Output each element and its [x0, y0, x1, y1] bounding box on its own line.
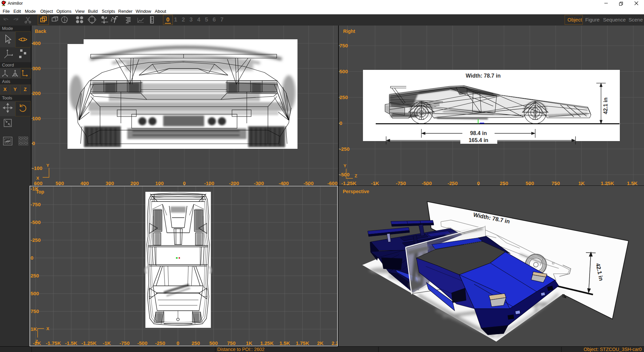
- svg-text:-250: -250: [155, 340, 165, 346]
- svg-text:100: 100: [32, 116, 41, 121]
- svg-text:X: X: [3, 87, 7, 92]
- svg-text:Y: Y: [343, 163, 347, 168]
- svg-text:Z: Z: [24, 87, 27, 92]
- svg-text:1.25K: 1.25K: [260, 340, 274, 346]
- svg-text:500: 500: [31, 291, 39, 296]
- svg-text:-100: -100: [32, 165, 42, 171]
- svg-text:-250: -250: [31, 237, 41, 243]
- svg-text:0: 0: [177, 340, 179, 346]
- svg-text:2.2: 2.2: [332, 340, 338, 346]
- svg-text:1K: 1K: [31, 326, 37, 332]
- svg-text:Axis: Axis: [2, 79, 10, 84]
- svg-text:-1.25K: -1.25K: [341, 180, 356, 185]
- svg-text:6: 6: [213, 16, 216, 23]
- svg-text:0: 0: [31, 255, 33, 261]
- svg-text:2K: 2K: [317, 340, 323, 346]
- svg-text:5: 5: [205, 16, 208, 23]
- svg-text:-1K: -1K: [103, 340, 111, 346]
- svg-text:-1.75K: -1.75K: [46, 340, 61, 346]
- svg-text:300: 300: [32, 65, 41, 71]
- svg-text:Scene: Scene: [629, 17, 643, 23]
- svg-text:-500: -500: [137, 340, 147, 346]
- svg-text:Tools: Tools: [2, 95, 12, 100]
- svg-text:165.4 in: 165.4 in: [469, 137, 489, 143]
- svg-text:Figure: Figure: [585, 17, 600, 23]
- svg-text:4: 4: [197, 16, 200, 23]
- svg-text:1.5K: 1.5K: [627, 180, 638, 185]
- svg-text:Z: Z: [35, 339, 38, 344]
- svg-text:-1.5K: -1.5K: [65, 340, 78, 346]
- svg-text:Object: Object: [567, 17, 582, 23]
- svg-text:-250: -250: [339, 146, 350, 152]
- svg-text:Coord: Coord: [2, 62, 14, 68]
- svg-text:X: X: [36, 176, 39, 181]
- svg-text:750: 750: [339, 43, 348, 48]
- svg-text:Perspective: Perspective: [343, 189, 369, 194]
- svg-text:Distance to POI:: 2602: Distance to POI:: 2602: [217, 347, 265, 352]
- svg-text:42.1 in: 42.1 in: [603, 97, 608, 114]
- svg-text:-750: -750: [31, 202, 41, 207]
- svg-text:Mode: Mode: [2, 26, 13, 31]
- svg-text:1.5K: 1.5K: [279, 340, 290, 346]
- svg-text:3: 3: [189, 16, 192, 23]
- svg-text:-500: -500: [339, 172, 350, 177]
- svg-text:250: 250: [339, 94, 348, 100]
- svg-text:-500: -500: [31, 219, 41, 225]
- svg-text:500: 500: [339, 69, 348, 74]
- svg-text:98.4 in: 98.4 in: [470, 130, 487, 136]
- svg-text:-750: -750: [120, 340, 130, 346]
- svg-text:1: 1: [174, 16, 177, 23]
- svg-text:Right: Right: [343, 29, 355, 34]
- svg-text:Y: Y: [46, 163, 49, 168]
- svg-text:-1.25K: -1.25K: [81, 340, 96, 346]
- svg-text:Width: 78.7 in: Width: 78.7 in: [466, 73, 501, 79]
- svg-text:750: 750: [31, 308, 39, 314]
- svg-text:0: 0: [166, 16, 169, 23]
- svg-text:Z: Z: [355, 173, 357, 178]
- svg-text:1K: 1K: [246, 340, 252, 346]
- svg-text:600: 600: [34, 180, 42, 185]
- svg-text:Y: Y: [13, 87, 17, 92]
- svg-text:1.75K: 1.75K: [296, 340, 309, 346]
- svg-text:X: X: [46, 326, 49, 331]
- svg-text:2: 2: [182, 16, 185, 23]
- svg-text:250: 250: [31, 273, 39, 278]
- svg-text:Back: Back: [35, 29, 46, 34]
- svg-text:250: 250: [191, 340, 200, 346]
- svg-text:200: 200: [32, 90, 41, 96]
- svg-text:750: 750: [227, 340, 235, 346]
- svg-text:400: 400: [32, 40, 41, 46]
- svg-text:Object: STZCOU_3SH-car0: Object: STZCOU_3SH-car0: [584, 347, 642, 352]
- svg-text:7: 7: [220, 16, 223, 23]
- svg-text:Sequence: Sequence: [603, 17, 626, 23]
- svg-text:-600: -600: [327, 180, 337, 185]
- svg-text:Top: Top: [36, 189, 44, 194]
- svg-text:500: 500: [209, 340, 218, 346]
